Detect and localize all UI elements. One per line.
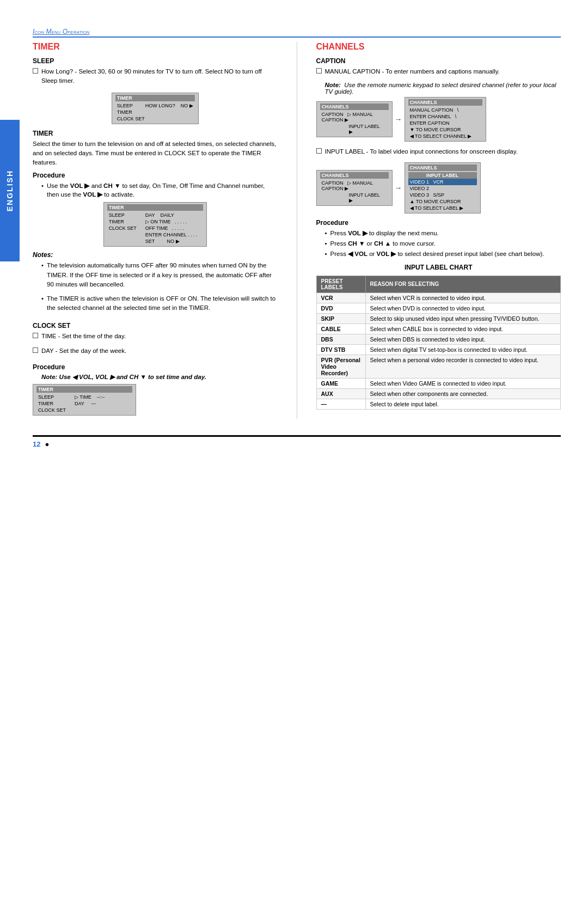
input-label-text: INPUT LABEL - To label video input conne… (325, 147, 518, 156)
english-sidebar: ENGLISH (0, 120, 20, 261)
breadcrumb-icon: Icon Menu Operation (33, 28, 89, 35)
chart-cell-preset-2: SKIP (316, 313, 365, 324)
chart-row-1: DVDSelect when DVD is connected to video… (316, 303, 561, 313)
chart-cell-preset-3: CABLE (316, 324, 365, 334)
notes-label: Notes: (33, 251, 278, 259)
procedure-bullet-1: • Use the VOL ▶ and CH ▼ to set day, On … (41, 181, 278, 199)
chart-cell-preset-6: PVR (PersonalVideo Recorder) (316, 355, 365, 378)
clock-set-label: CLOCK SET (33, 322, 278, 330)
chart-cell-reason-2: Select to skip unused video input when p… (365, 313, 561, 324)
chart-row-3: CABLESelect when CABLE box is connected … (316, 324, 561, 334)
note-dot-1: • (41, 261, 44, 292)
sleep-menu-container: TIMER SLEEPHOW LONG? NO ▶ TIMER CLOCK SE… (33, 93, 278, 124)
caption-menu-right-enter-cap: ENTER CAPTION (408, 120, 482, 126)
input-label-chart: PRESETLABELS REASON FOR SELECTING VCRSel… (316, 276, 561, 410)
input-menu-right-video3: VIDEO 3 S/SP (408, 192, 477, 198)
channels-procedure-2: • Press CH ▼ or CH ▲ to move cursor. (325, 239, 561, 248)
chart-cell-reason-9: Select to delete input label. (365, 399, 561, 409)
timer-menu-screenshot: TIMER SLEEP TIMER CLOCK SET DAY DAILY ▷ … (103, 202, 207, 247)
chart-cell-preset-5: DTV STB (316, 344, 365, 355)
input-menu-right-video1: VIDEO 1 VCR (408, 179, 477, 185)
timer-body-text: Select the timer to turn the television … (33, 139, 278, 168)
main-content: Icon Menu Operation TIMER SLEEP How Long… (33, 16, 561, 419)
caption-note: Note: Use the remote numeric keypad to s… (325, 82, 561, 95)
clock-menu-sleep: SLEEP (36, 394, 68, 400)
chart-row-9: —Select to delete input label. (316, 399, 561, 409)
chart-cell-preset-7: GAME (316, 378, 365, 388)
input-menu-right-move: ▲ TO MOVE CURSOR (408, 198, 477, 205)
input-menu-right-select: ◀ TO SELECT LABEL ▶ (408, 205, 477, 211)
caption-checkbox-item: MANUAL CAPTION - To enter numbers and ca… (316, 67, 561, 80)
channels-procedure-3: • Press ◀ VOL or VOL ▶ to select desired… (325, 249, 561, 258)
timer-sub-label: TIMER (33, 130, 278, 137)
left-column: TIMER SLEEP How Long? - Select 30, 60 or… (33, 42, 278, 419)
clock-menu-day: DAY --- (73, 400, 106, 407)
section-header: Icon Menu Operation (33, 27, 561, 38)
channels-bullet-2: • (325, 239, 327, 248)
sleep-menu-item-sleep: SLEEPHOW LONG? NO ▶ (115, 102, 195, 109)
breadcrumb: Icon Menu Operation (33, 28, 89, 35)
page-footer: 12 ● (33, 435, 561, 448)
channels-bullet-3: • (325, 249, 327, 258)
arrow-icon-1: → (395, 115, 402, 124)
caption-menu-left: CHANNELS CAPTION ▷ MANUAL CAPTION ▶ INPU… (316, 101, 393, 137)
sleep-checkbox (33, 68, 38, 74)
caption-note-text: Use the remote numeric keypad to select … (325, 82, 556, 95)
timer-menu-col1-row1: SLEEP (107, 212, 138, 218)
clock-menu-screenshot: TIMER SLEEP TIMER CLOCK SET ▷ TIME --:--… (33, 384, 136, 416)
timer-menu-col1-row3: CLOCK SET (107, 225, 138, 231)
input-menu-left: CHANNELS CAPTION ▷ MANUAL CAPTION ▶ INPU… (316, 170, 393, 206)
clock-note-text: Use ◀ VOL, VOL ▶ and CH ▼ to set time an… (59, 374, 206, 380)
caption-menu-right-manual: MANUAL CAPTION \ (408, 107, 482, 113)
timer-menu-col2-row3: OFF TIME . . . . . (144, 225, 199, 231)
caption-menu-right-enter-ch: ENTER CHANNEL \ (408, 113, 482, 120)
sleep-menu-screenshot: TIMER SLEEPHOW LONG? NO ▶ TIMER CLOCK SE… (112, 93, 199, 124)
english-label: ENGLISH (5, 170, 14, 211)
input-menus-row: CHANNELS CAPTION ▷ MANUAL CAPTION ▶ INPU… (316, 162, 561, 213)
input-menu-right-title: CHANNELS (408, 164, 477, 171)
channels-section-title: CHANNELS (316, 42, 561, 52)
sleep-menu-item-timer: TIMER (115, 109, 195, 115)
page-dot: ● (45, 440, 49, 448)
channels-procedure-label: Procedure (316, 219, 561, 227)
timer-menu-col1-row2: TIMER (107, 218, 138, 225)
timer-menu-col2-row1: DAY DAILY (144, 212, 199, 218)
note-2: • The TIMER is active when the televisio… (41, 294, 278, 316)
caption-menu-right-move: ▼ TO MOVE CURSOR (408, 126, 482, 133)
note-text-2: The TIMER is active when the television … (47, 294, 277, 313)
clock-day-item: DAY - Set the day of the week. (33, 346, 278, 359)
channels-proc-text-2: Press CH ▼ or CH ▲ to move cursor. (330, 239, 436, 248)
sleep-text: How Long? - Select 30, 60 or 90 minutes … (41, 67, 278, 86)
channels-bullet-1: • (325, 229, 327, 237)
caption-menu-left-input: INPUT LABEL ▶ (320, 123, 389, 135)
input-menu-right-video2: VIDEO 2 (408, 185, 477, 192)
clock-day-text: DAY - Set the day of the week. (41, 346, 126, 356)
caption-menu-right-select: ◀ TO SELECT CHANNEL ▶ (408, 133, 482, 139)
page-number: 12 (33, 440, 40, 448)
caption-menus-row: CHANNELS CAPTION ▷ MANUAL CAPTION ▶ INPU… (316, 97, 561, 142)
channels-proc-text-1: Press VOL ▶ to display the next menu. (330, 229, 439, 237)
chart-cell-preset-0: VCR (316, 292, 365, 303)
sleep-menu-title: TIMER (115, 95, 195, 101)
timer-section-title: TIMER (33, 42, 278, 52)
channels-procedure-1: • Press VOL ▶ to display the next menu. (325, 229, 561, 237)
clock-menu-time: ▷ TIME --:-- (73, 394, 106, 400)
clock-time-item: TIME - Set the time of the day. (33, 332, 278, 344)
sleep-menu-item-clockset: CLOCK SET (115, 115, 195, 122)
input-menu-left-caption: CAPTION ▷ MANUAL CAPTION ▶ (320, 180, 389, 192)
caption-label: CAPTION (316, 57, 561, 65)
procedure-label-1: Procedure (33, 172, 278, 179)
note-1: • The television automatically turns OFF… (41, 261, 278, 292)
caption-menu-left-caption: CAPTION ▷ MANUAL CAPTION ▶ (320, 111, 389, 123)
arrow-icon-2: → (395, 184, 402, 192)
chart-cell-preset-4: DBS (316, 334, 365, 344)
clock-menu-container: TIMER SLEEP TIMER CLOCK SET ▷ TIME --:--… (33, 384, 278, 416)
timer-menu-col2-row2: ▷ ON TIME . . . . . (144, 218, 199, 225)
clock-menu-title: TIMER (36, 386, 132, 393)
caption-text: MANUAL CAPTION - To enter numbers and ca… (325, 67, 500, 76)
chart-row-7: GAMESelect when Video GAME is connected … (316, 378, 561, 388)
chart-cell-preset-9: — (316, 399, 365, 409)
chart-header-preset: PRESETLABELS (316, 276, 365, 292)
chart-row-0: VCRSelect when VCR is connected to video… (316, 292, 561, 303)
chart-title: INPUT LABEL CHART (316, 264, 561, 271)
